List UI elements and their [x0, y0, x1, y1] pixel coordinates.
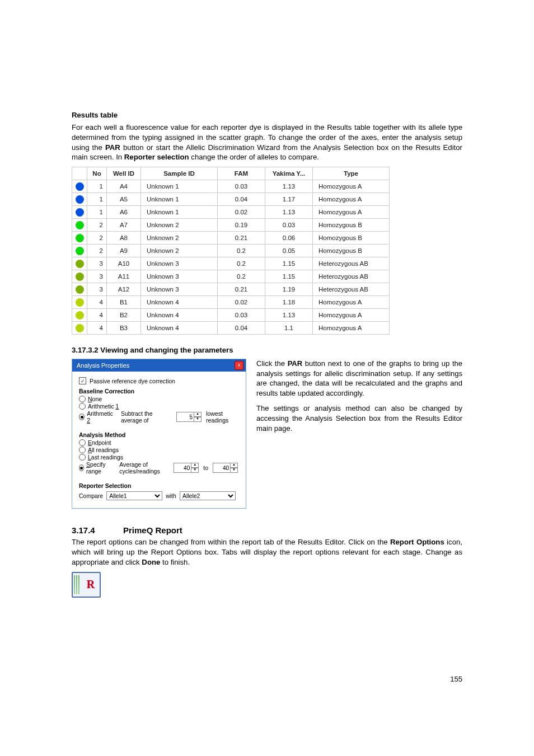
lowest-readings-stepper[interactable]: ▲▼ [176, 412, 202, 422]
t: ast readings [91, 454, 123, 461]
range-to-stepper[interactable]: ▲▼ [213, 463, 238, 473]
yy-cell: 1.19 [265, 283, 313, 296]
t: Click the [256, 359, 288, 368]
u: E [88, 439, 92, 446]
radio-lastreadings[interactable]: Last readings [79, 454, 240, 461]
baseline-correction-title: Baseline Correction [79, 388, 240, 395]
spin-input[interactable] [213, 463, 231, 473]
color-dot-icon [76, 298, 84, 307]
col-dot [72, 167, 87, 180]
radio-icon [79, 447, 86, 453]
sample-cell: Unknown 4 [141, 296, 218, 309]
lbl: None [88, 396, 102, 402]
well-cell: A11 [107, 270, 141, 283]
color-cell [72, 232, 87, 245]
reporter-selection-title: Reporter Selection [79, 482, 240, 489]
well-cell: A5 [107, 193, 141, 206]
col-well: Well ID [107, 167, 141, 180]
table-row: 1A6Unknown 10.021.13Homozygous A [72, 206, 390, 219]
type-cell: Homozygous B [313, 232, 390, 245]
compare-allele2-select[interactable]: Allele2 [180, 491, 236, 500]
spin-up-icon[interactable]: ▲ [191, 463, 199, 468]
radio-arith2[interactable]: Arithmetic 2 Subtract the average of ▲▼ … [79, 410, 240, 424]
no-cell: 1 [87, 193, 107, 206]
color-dot-icon [76, 234, 84, 242]
well-cell: A7 [107, 219, 141, 232]
lbl: Specify range [86, 461, 111, 475]
table-row: 4B3Unknown 40.041.1Homozygous A [72, 322, 390, 335]
heading-3174: 3.17.4PrimeQ Report [72, 525, 462, 535]
par-bold: PAR [105, 143, 120, 152]
type-cell: Homozygous A [313, 206, 390, 219]
radio-icon [79, 403, 86, 410]
range-from-stepper[interactable]: ▲▼ [174, 463, 199, 473]
t: Arithmetic [87, 410, 113, 417]
sample-cell: Unknown 1 [141, 206, 218, 219]
compare-allele1-select[interactable]: Allele1 [106, 491, 162, 500]
sample-cell: Unknown 2 [141, 245, 218, 257]
lowest-readings-label: lowest readings [206, 410, 240, 424]
table-row: 3A11Unknown 30.21.15Heterozygous AB [72, 270, 390, 283]
sample-cell: Unknown 3 [141, 283, 218, 296]
color-cell [72, 270, 87, 283]
color-dot-icon [76, 324, 84, 332]
spin-input[interactable] [174, 463, 191, 473]
well-cell: B1 [107, 296, 141, 309]
reporter-selection-bold: Reporter selection [124, 153, 189, 161]
spin-down-icon[interactable]: ▼ [194, 417, 202, 422]
u: A [88, 447, 92, 453]
yy-cell: 0.03 [265, 219, 313, 232]
yy-cell: 1.15 [265, 270, 313, 283]
color-cell [72, 257, 87, 270]
u: 2 [87, 417, 90, 424]
color-dot-icon [76, 221, 84, 229]
radio-none[interactable]: None [79, 396, 240, 402]
lbl: Last readings [88, 454, 123, 461]
sample-cell: Unknown 2 [141, 219, 218, 232]
report-options-icon[interactable]: R [72, 572, 101, 598]
radio-icon [79, 396, 86, 402]
checkbox-icon: ✓ [79, 377, 86, 384]
table-row: 2A8Unknown 20.210.06Homozygous B [72, 232, 390, 245]
well-cell: A8 [107, 232, 141, 245]
no-cell: 1 [87, 206, 107, 219]
spin-up-icon[interactable]: ▲ [194, 412, 202, 417]
spin-up-icon[interactable]: ▲ [231, 463, 238, 468]
analysis-method-title: Analysis Method [79, 431, 240, 438]
passive-ref-label: Passive reference dye correction [90, 378, 175, 384]
well-cell: A12 [107, 283, 141, 296]
sample-cell: Unknown 2 [141, 232, 218, 245]
t: one [92, 396, 102, 402]
no-cell: 3 [87, 257, 107, 270]
sample-cell: Unknown 3 [141, 270, 218, 283]
fam-cell: 0.02 [218, 206, 265, 219]
fam-cell: 0.02 [218, 296, 265, 309]
spin-input[interactable] [176, 412, 194, 422]
radio-allreadings[interactable]: All readings [79, 447, 240, 453]
results-paragraph: For each well a fluorescence value for e… [72, 123, 462, 162]
lbl: Endpoint [88, 439, 111, 446]
heading-number: 3.17.4 [72, 525, 123, 535]
fam-cell: 0.19 [218, 219, 265, 232]
table-row: 2A7Unknown 20.190.03Homozygous B [72, 219, 390, 232]
table-row: 4B1Unknown 40.021.18Homozygous A [72, 296, 390, 309]
radio-specifyrange[interactable]: Specify range Average of cycles/readings… [79, 461, 240, 475]
radio-endpoint[interactable]: Endpoint [79, 439, 240, 446]
radio-icon [79, 414, 85, 420]
yy-cell: 1.13 [265, 309, 313, 322]
no-cell: 3 [87, 283, 107, 296]
spin-down-icon[interactable]: ▼ [231, 468, 238, 473]
color-dot-icon [76, 208, 84, 217]
radio-arith1[interactable]: Arithmetic 1 [79, 403, 240, 410]
type-cell: Heterozygous AB [313, 283, 390, 296]
passive-ref-checkbox[interactable]: ✓ Passive reference dye correction [79, 377, 240, 384]
to-label: to [203, 464, 208, 471]
sample-cell: Unknown 3 [141, 257, 218, 270]
fam-cell: 0.21 [218, 232, 265, 245]
page-number: 155 [450, 675, 462, 683]
close-icon[interactable]: x [235, 361, 243, 370]
spin-down-icon[interactable]: ▼ [191, 468, 199, 473]
color-dot-icon [76, 182, 84, 191]
well-cell: A9 [107, 245, 141, 257]
u: N [88, 396, 92, 402]
